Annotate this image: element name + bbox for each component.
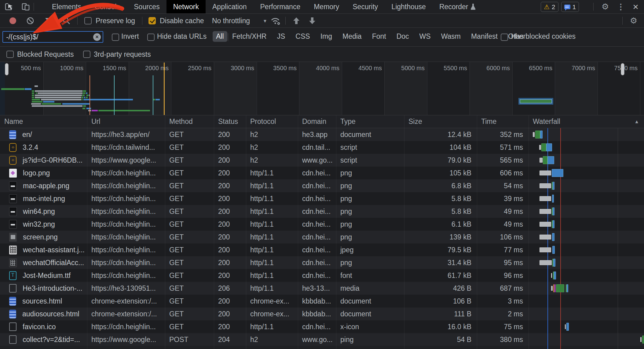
tab-label: Application (212, 0, 247, 13)
third-party-requests-checkbox[interactable] (83, 51, 90, 58)
device-toolbar-icon[interactable] (18, 2, 34, 11)
cell-domain: cdn.tail... (298, 141, 336, 154)
filter-type-doc[interactable]: Doc (397, 32, 409, 41)
request-name: logo.png (23, 167, 50, 179)
filter-input[interactable] (3, 33, 93, 41)
settings-gear-icon[interactable]: ⚙ (602, 3, 609, 11)
filter-type-ws[interactable]: WS (419, 32, 431, 41)
overview-request-bar (35, 97, 81, 98)
search-icon[interactable] (62, 16, 71, 25)
waterfall-bar-segment (553, 259, 555, 267)
column-header-protocol[interactable]: Protocol (246, 115, 298, 128)
column-header-name[interactable]: Name (0, 115, 87, 128)
blocked-requests-checkbox[interactable] (6, 51, 14, 58)
cell-protocol: http/1.1 (246, 231, 298, 243)
waterfall-bar-segment (552, 169, 563, 177)
tab-elements[interactable]: Elements (45, 0, 88, 13)
column-header-label: Domain (302, 117, 326, 125)
cell-size: 54 B (404, 333, 477, 346)
filter-type-media[interactable]: Media (342, 32, 362, 41)
filter-type-manifest[interactable]: Manifest (471, 32, 498, 41)
column-header-status[interactable]: Status (214, 115, 246, 128)
request-name: en/ (22, 128, 32, 141)
preserve-log-label: Preserve log (96, 16, 135, 25)
tab-lighthouse[interactable]: Lighthouse (385, 0, 433, 13)
network-overview-timeline[interactable]: 500 ms1000 ms1500 ms2000 ms2500 ms3000 m… (0, 62, 644, 115)
column-divider (529, 115, 529, 349)
tab-memory[interactable]: Memory (307, 0, 346, 13)
cell-type: png (336, 167, 404, 179)
request-name: collect?v=2&tid=... (23, 333, 80, 346)
filter-type-img[interactable]: Img (320, 32, 332, 41)
chevron-down-icon[interactable]: ▼ (263, 18, 267, 23)
tab-sources[interactable]: Sources (127, 0, 166, 13)
sort-ascending-icon[interactable]: ▲ (634, 115, 639, 128)
import-har-icon[interactable] (293, 17, 300, 25)
overview-left-drag-handle[interactable] (5, 63, 9, 75)
preserve-log-checkbox[interactable] (84, 17, 92, 24)
overview-request-bar (1, 88, 24, 90)
cell-method: GET (165, 269, 214, 282)
network-conditions-icon[interactable] (270, 16, 281, 25)
overview-request-bar (32, 101, 42, 103)
column-header-waterfall[interactable]: Waterfall▲ (529, 115, 644, 128)
cell-status: 200 (214, 243, 246, 256)
cell-time: 3 ms (477, 295, 529, 308)
tab-label: Elements (52, 0, 81, 13)
tab-application[interactable]: Application (206, 0, 254, 13)
cell-url: https://cdn.heighlin... (87, 269, 165, 282)
overview-request-bar (42, 103, 61, 105)
close-devtools-icon[interactable]: × (633, 2, 639, 12)
tab-performance[interactable]: Performance (254, 0, 307, 13)
hide-data-urls-checkbox[interactable] (147, 34, 155, 41)
waterfall-bar-segment (553, 182, 554, 190)
export-har-icon[interactable] (309, 17, 316, 25)
generic-file-icon (9, 335, 16, 344)
devtools-window: ElementsConsoleSourcesNetworkApplication… (0, 0, 644, 349)
filter-type-css[interactable]: CSS (295, 32, 310, 41)
cell-type: document (336, 295, 404, 308)
filter-type-fetch-xhr[interactable]: Fetch/XHR (232, 32, 266, 41)
tab-recorder[interactable]: Recorder (433, 0, 482, 13)
cell-time: 571 ms (477, 141, 529, 154)
more-options-icon[interactable]: ⋮ (617, 3, 625, 11)
overview-request-bar (92, 110, 98, 111)
filter-type-all[interactable]: All (213, 31, 227, 42)
overview-tick-label: 3000 ms (231, 65, 254, 72)
cell-name: screen.png (0, 231, 87, 243)
column-header-url[interactable]: Url (87, 115, 165, 128)
filter-type-wasm[interactable]: Wasm (441, 32, 461, 41)
issues-badge[interactable]: 1 (561, 2, 579, 12)
column-header-domain[interactable]: Domain (298, 115, 336, 128)
warnings-badge[interactable]: ⚠ 2 (541, 2, 558, 12)
network-settings-gear-icon[interactable]: ⚙ (630, 16, 637, 25)
column-header-method[interactable]: Method (165, 115, 214, 128)
column-divider (214, 115, 214, 349)
record-network-log-button[interactable] (9, 17, 16, 24)
has-blocked-cookies-checkbox[interactable] (501, 34, 508, 41)
throttling-select[interactable]: No throttling (212, 16, 250, 25)
overview-right-drag-handle[interactable] (621, 63, 624, 75)
cell-waterfall (529, 295, 644, 308)
waterfall-bar-segment (551, 273, 552, 278)
cell-url: https://cdn.heighlin... (87, 256, 165, 269)
filter-type-font[interactable]: Font (372, 32, 386, 41)
overview-request-bar (82, 97, 83, 98)
tab-security[interactable]: Security (346, 0, 385, 13)
cell-name: He3-introduction-... (0, 282, 87, 295)
waterfall-bar-segment (552, 195, 554, 203)
column-header-size[interactable]: Size (404, 115, 477, 128)
filter-icon[interactable] (45, 17, 52, 24)
clear-network-log-icon[interactable] (26, 17, 34, 25)
column-header-type[interactable]: Type (336, 115, 404, 128)
filter-type-js[interactable]: JS (277, 32, 285, 41)
clear-filter-icon[interactable]: × (93, 33, 101, 41)
invert-checkbox[interactable] (112, 34, 119, 41)
overview-tick-label: 3500 ms (273, 65, 297, 72)
inspect-element-icon[interactable] (0, 2, 18, 11)
tab-network[interactable]: Network (166, 0, 206, 13)
disable-cache-checkbox[interactable] (148, 17, 156, 24)
cell-type: ping (336, 333, 404, 346)
column-header-time[interactable]: Time (477, 115, 529, 128)
tab-console[interactable]: Console (88, 0, 127, 13)
